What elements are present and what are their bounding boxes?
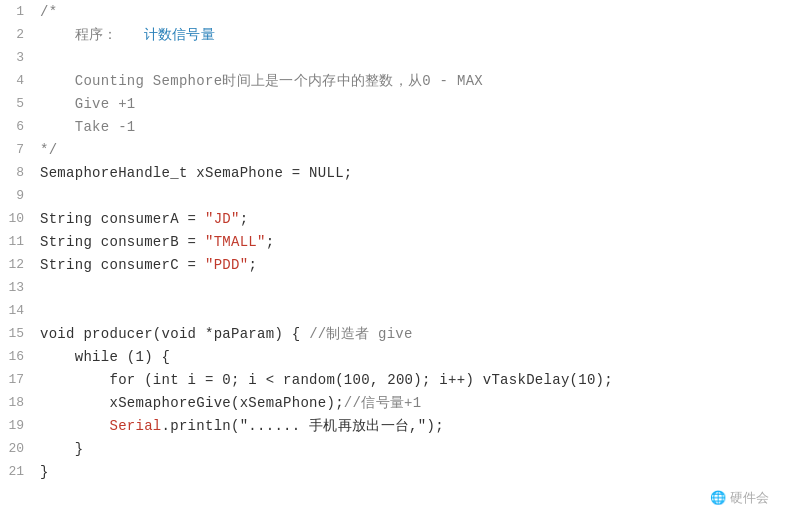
code-token: ;	[266, 234, 275, 250]
line-number: 11	[0, 230, 36, 253]
table-row: 10String consumerA = "JD";	[0, 207, 787, 230]
table-row: 1/*	[0, 0, 787, 23]
code-token: //制造者 give	[309, 326, 413, 342]
table-row: 2 程序： 计数信号量	[0, 23, 787, 46]
watermark: 🌐 硬件会	[710, 489, 769, 507]
table-row: 3	[0, 46, 787, 69]
code-token: xSemaphoreGive(xSemaPhone);	[40, 395, 344, 411]
code-token: String consumerC =	[40, 257, 205, 273]
line-number: 13	[0, 276, 36, 299]
code-content: Counting Semphore时间上是一个内存中的整数，从0 - MAX	[36, 69, 787, 92]
code-token: Take -1	[40, 119, 136, 135]
code-token: SemaphoreHandle_t xSemaPhone = NULL;	[40, 165, 353, 181]
line-number: 7	[0, 138, 36, 161]
code-content	[36, 184, 787, 207]
code-content: String consumerC = "PDD";	[36, 253, 787, 276]
code-token: "PDD"	[205, 257, 248, 273]
code-token: }	[40, 464, 49, 480]
code-token: */	[40, 142, 57, 158]
line-number: 14	[0, 299, 36, 322]
table-row: 12String consumerC = "PDD";	[0, 253, 787, 276]
line-number: 2	[0, 23, 36, 46]
table-row: 11String consumerB = "TMALL";	[0, 230, 787, 253]
code-token: "JD"	[205, 211, 240, 227]
table-row: 15void producer(void *paParam) { //制造者 g…	[0, 322, 787, 345]
code-content: String consumerA = "JD";	[36, 207, 787, 230]
table-row: 18 xSemaphoreGive(xSemaPhone);//信号量+1	[0, 391, 787, 414]
line-number: 6	[0, 115, 36, 138]
line-number: 20	[0, 437, 36, 460]
line-number: 21	[0, 460, 36, 483]
table-row: 19 Serial.println("...... 手机再放出一台,");	[0, 414, 787, 437]
code-content: Take -1	[36, 115, 787, 138]
code-content: /*	[36, 0, 787, 23]
code-token: .println("...... 手机再放出一台,");	[162, 418, 444, 434]
table-row: 17 for (int i = 0; i < random(100, 200);…	[0, 368, 787, 391]
table-row: 6 Take -1	[0, 115, 787, 138]
code-token: for (int i = 0; i < random(100, 200); i+…	[40, 372, 613, 388]
table-row: 13	[0, 276, 787, 299]
code-table: 1/*2 程序： 计数信号量3 4 Counting Semphore时间上是一…	[0, 0, 787, 483]
line-number: 4	[0, 69, 36, 92]
line-number: 1	[0, 0, 36, 23]
code-token: while (1) {	[40, 349, 170, 365]
line-number: 10	[0, 207, 36, 230]
line-number: 15	[0, 322, 36, 345]
code-content: void producer(void *paParam) { //制造者 giv…	[36, 322, 787, 345]
code-content: 程序： 计数信号量	[36, 23, 787, 46]
code-token: Give +1	[40, 96, 136, 112]
code-content: }	[36, 460, 787, 483]
code-token: 计数信号量	[144, 27, 215, 43]
table-row: 21}	[0, 460, 787, 483]
code-content: String consumerB = "TMALL";	[36, 230, 787, 253]
code-editor: 1/*2 程序： 计数信号量3 4 Counting Semphore时间上是一…	[0, 0, 787, 519]
table-row: 20 }	[0, 437, 787, 460]
code-token: 程序：	[40, 27, 144, 43]
code-token: ;	[248, 257, 257, 273]
code-token: //信号量+1	[344, 395, 422, 411]
code-token: }	[40, 441, 83, 457]
code-content	[36, 46, 787, 69]
line-number: 9	[0, 184, 36, 207]
code-token: void producer(void *paParam) {	[40, 326, 309, 342]
code-content: }	[36, 437, 787, 460]
table-row: 8SemaphoreHandle_t xSemaPhone = NULL;	[0, 161, 787, 184]
code-content: for (int i = 0; i < random(100, 200); i+…	[36, 368, 787, 391]
code-content: while (1) {	[36, 345, 787, 368]
code-token: "TMALL"	[205, 234, 266, 250]
code-token: Counting Semphore时间上是一个内存中的整数，从0 - MAX	[40, 73, 483, 89]
code-content: Serial.println("...... 手机再放出一台,");	[36, 414, 787, 437]
code-content: */	[36, 138, 787, 161]
code-token: String consumerB =	[40, 234, 205, 250]
code-token: Serial	[109, 418, 161, 434]
code-content: xSemaphoreGive(xSemaPhone);//信号量+1	[36, 391, 787, 414]
table-row: 16 while (1) {	[0, 345, 787, 368]
line-number: 18	[0, 391, 36, 414]
code-content: Give +1	[36, 92, 787, 115]
table-row: 7*/	[0, 138, 787, 161]
line-number: 16	[0, 345, 36, 368]
code-token: String consumerA =	[40, 211, 205, 227]
line-number: 17	[0, 368, 36, 391]
code-content	[36, 276, 787, 299]
code-token	[40, 418, 109, 434]
table-row: 4 Counting Semphore时间上是一个内存中的整数，从0 - MAX	[0, 69, 787, 92]
code-content	[36, 299, 787, 322]
table-row: 14	[0, 299, 787, 322]
code-token: /*	[40, 4, 57, 20]
line-number: 5	[0, 92, 36, 115]
table-row: 5 Give +1	[0, 92, 787, 115]
line-number: 3	[0, 46, 36, 69]
code-token: ;	[240, 211, 249, 227]
line-number: 8	[0, 161, 36, 184]
line-number: 19	[0, 414, 36, 437]
table-row: 9	[0, 184, 787, 207]
code-content: SemaphoreHandle_t xSemaPhone = NULL;	[36, 161, 787, 184]
line-number: 12	[0, 253, 36, 276]
